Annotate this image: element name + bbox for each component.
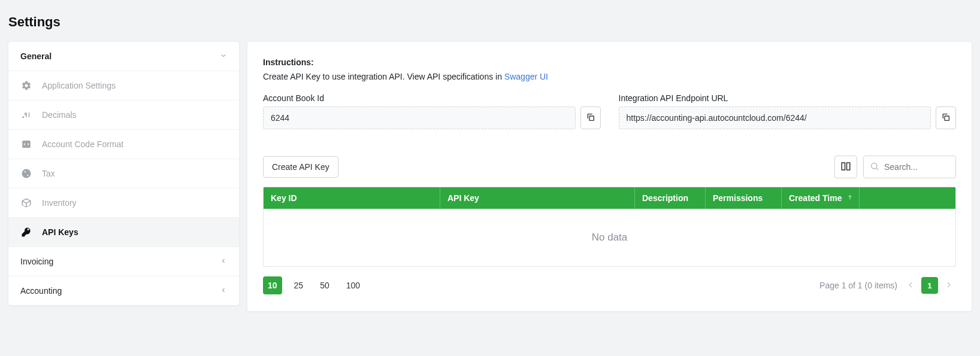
search-icon — [870, 162, 879, 173]
sidebar-section-invoicing[interactable]: Invoicing — [8, 247, 239, 276]
pager-info: Page 1 of 1 (0 items) — [819, 281, 897, 290]
svg-point-7 — [872, 163, 877, 168]
chevron-down-icon — [220, 52, 227, 61]
decimals-icon — [20, 109, 32, 121]
chevron-left-icon — [906, 280, 915, 291]
sidebar-item-label: Account Code Format — [42, 139, 123, 149]
table-header: Key ID API Key Description Permissions C… — [264, 187, 955, 209]
page-title: Settings — [8, 14, 972, 30]
svg-point-2 — [22, 169, 31, 178]
sidebar-item-label: Decimals — [42, 110, 77, 120]
key-icon — [20, 226, 32, 238]
svg-rect-5 — [842, 163, 845, 170]
box-icon — [20, 197, 32, 209]
sidebar-item-label: API Keys — [42, 227, 78, 237]
sidebar-section-label: General — [20, 51, 52, 61]
sidebar-item-inventory[interactable]: Inventory — [8, 188, 239, 218]
copy-icon — [586, 112, 595, 124]
page-size-100[interactable]: 100 — [341, 276, 365, 294]
column-header-label: Created Time — [789, 193, 842, 203]
endpoint-url-input[interactable] — [619, 107, 931, 129]
svg-line-8 — [876, 168, 878, 170]
column-header-key-id[interactable]: Key ID — [264, 187, 440, 209]
columns-icon — [840, 161, 851, 174]
column-header-description[interactable]: Description — [635, 187, 706, 209]
page-size-selector: 10 25 50 100 — [263, 276, 365, 294]
page-size-10[interactable]: 10 — [263, 276, 282, 294]
percent-icon — [20, 168, 32, 179]
svg-rect-3 — [589, 116, 594, 120]
account-book-id-input[interactable] — [263, 107, 576, 129]
sidebar-item-tax[interactable]: Tax — [8, 159, 239, 188]
column-header-created-time[interactable]: Created Time — [782, 187, 860, 209]
main-panel: Instructions: Create API Key to use inte… — [247, 42, 972, 311]
settings-sidebar: General Application Settings Decimals — [8, 42, 239, 305]
table-body-empty: No data — [264, 209, 955, 266]
code-format-icon — [20, 138, 32, 150]
page-size-25[interactable]: 25 — [289, 276, 308, 294]
svg-point-0 — [22, 116, 24, 118]
chevron-left-icon — [220, 257, 227, 266]
copy-icon — [941, 112, 951, 124]
sidebar-item-application-settings[interactable]: Application Settings — [8, 71, 239, 101]
svg-rect-4 — [945, 116, 949, 120]
sidebar-item-api-keys[interactable]: API Keys — [8, 218, 239, 247]
gear-icon — [20, 80, 32, 92]
create-api-key-button[interactable]: Create API Key — [263, 156, 338, 178]
search-input[interactable] — [884, 162, 949, 172]
instructions-text-part: Create API Key to use integration API. V… — [263, 72, 504, 81]
sidebar-item-account-code-format[interactable]: Account Code Format — [8, 130, 239, 159]
column-header-actions — [860, 187, 955, 209]
pager-page-1[interactable]: 1 — [921, 277, 938, 294]
sidebar-item-label: Application Settings — [42, 81, 116, 90]
column-header-api-key[interactable]: API Key — [440, 187, 635, 209]
sidebar-item-label: Tax — [42, 169, 55, 178]
column-header-permissions[interactable]: Permissions — [706, 187, 782, 209]
chevron-left-icon — [220, 287, 227, 296]
sidebar-section-accounting[interactable]: Accounting — [8, 276, 239, 305]
sidebar-section-general[interactable]: General — [8, 42, 239, 71]
svg-rect-1 — [22, 141, 31, 148]
svg-rect-6 — [847, 163, 850, 170]
sidebar-section-label: Accounting — [20, 286, 62, 296]
copy-endpoint-url-button[interactable] — [936, 107, 956, 129]
swagger-ui-link[interactable]: Swagger UI — [504, 72, 548, 81]
account-book-id-label: Account Book Id — [263, 93, 601, 103]
sidebar-item-label: Inventory — [42, 198, 77, 208]
page-size-50[interactable]: 50 — [315, 276, 334, 294]
instructions-text: Create API Key to use integration API. V… — [263, 72, 956, 81]
api-keys-table: Key ID API Key Description Permissions C… — [263, 187, 956, 267]
sidebar-section-label: Invoicing — [20, 257, 53, 266]
pager-next-button[interactable] — [942, 278, 956, 293]
chevron-right-icon — [944, 280, 954, 291]
column-chooser-button[interactable] — [834, 156, 857, 178]
pager-prev-button[interactable] — [903, 278, 918, 293]
endpoint-url-label: Integration API Endpoint URL — [619, 93, 957, 103]
instructions-label: Instructions: — [263, 57, 956, 67]
sort-asc-icon — [847, 193, 853, 203]
copy-account-book-id-button[interactable] — [580, 107, 601, 129]
search-input-wrap[interactable] — [863, 156, 956, 178]
sidebar-item-decimals[interactable]: Decimals — [8, 101, 239, 130]
